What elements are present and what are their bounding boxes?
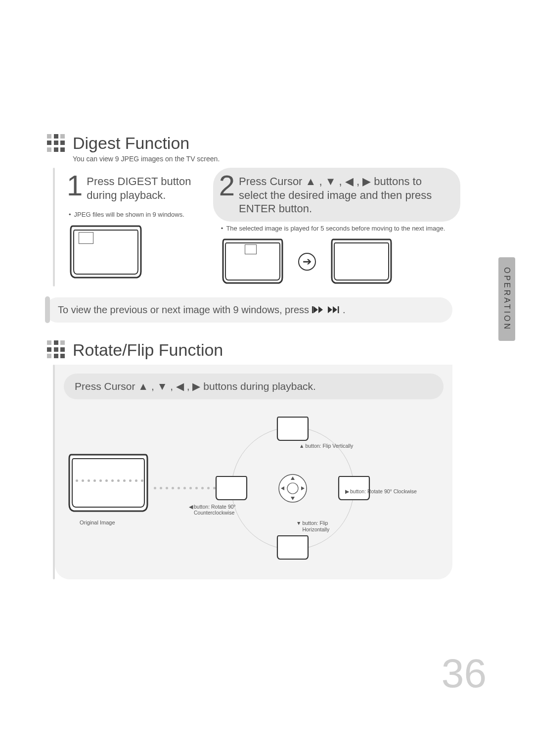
caption-down: ▼ button: Flip Horizontally <box>296 520 354 532</box>
tv-illustration <box>221 237 284 286</box>
vertical-divider <box>53 168 55 286</box>
grid-3x3-icon <box>47 134 66 153</box>
rotate-instruction: Press Cursor ▲ , ▼ , ◀ , ▶ buttons durin… <box>64 374 444 399</box>
direction-wheel: ▲ button: Flip Vertically ▼ button: Flip… <box>228 424 357 553</box>
thumb-box <box>245 244 257 254</box>
step-2-text: Press Cursor ▲ , ▼ , ◀ , ▶ buttons to se… <box>239 173 444 216</box>
section-heading-digest: Digest Function <box>47 134 452 153</box>
tv-illustration <box>330 237 393 286</box>
svg-rect-5 <box>338 306 339 313</box>
svg-point-7 <box>287 483 298 494</box>
svg-rect-0 <box>312 306 313 313</box>
tv-original-image <box>67 451 150 516</box>
caption-left: ◀ button: Rotate 90° Counterclockwise <box>189 504 248 516</box>
mini-tv-icon <box>276 534 310 562</box>
section-title: Digest Function <box>73 134 189 153</box>
thumb-box <box>79 232 93 244</box>
svg-marker-2 <box>318 306 323 313</box>
step-number: 1 <box>67 173 83 198</box>
mini-tv-icon <box>276 415 310 443</box>
section-subtitle: You can view 9 JPEG images on the TV scr… <box>73 155 452 163</box>
svg-marker-1 <box>313 306 318 313</box>
section-title: Rotate/Flip Function <box>73 340 223 360</box>
mini-tv-icon <box>215 474 248 502</box>
caption-up: ▲ button: Flip Vertically <box>299 443 353 449</box>
tv-illustration <box>69 223 143 282</box>
step-number: 2 <box>219 173 235 198</box>
step-1-column: 1 Press DIGEST button during playback. J… <box>64 168 207 286</box>
page-number: 36 <box>442 650 487 697</box>
digest-footer-note: To view the previous or next image with … <box>45 297 452 323</box>
skip-prev-next-icon <box>312 305 340 314</box>
section-heading-rotate: Rotate/Flip Function <box>47 340 452 360</box>
svg-marker-4 <box>333 306 337 313</box>
side-tab-operation: OPERATION <box>498 257 515 341</box>
original-image-label: Original Image <box>80 520 150 525</box>
caption-right: ▶ button: Rotate 90° Clockwise <box>345 488 419 495</box>
grid-3x3-icon <box>47 340 66 359</box>
step-1-text: Press DIGEST button during playback. <box>87 173 198 202</box>
step-2-note: The selected image is played for 5 secon… <box>221 225 452 232</box>
step-1-note: JPEG files will be shown in 9 windows. <box>69 211 207 218</box>
dot-trail <box>154 487 222 489</box>
dpad-icon <box>278 473 308 503</box>
svg-marker-3 <box>328 306 332 313</box>
arrow-right-circle-icon: ➔ <box>298 253 316 271</box>
step-2-column: 2 Press Cursor ▲ , ▼ , ◀ , ▶ buttons to … <box>216 168 452 286</box>
